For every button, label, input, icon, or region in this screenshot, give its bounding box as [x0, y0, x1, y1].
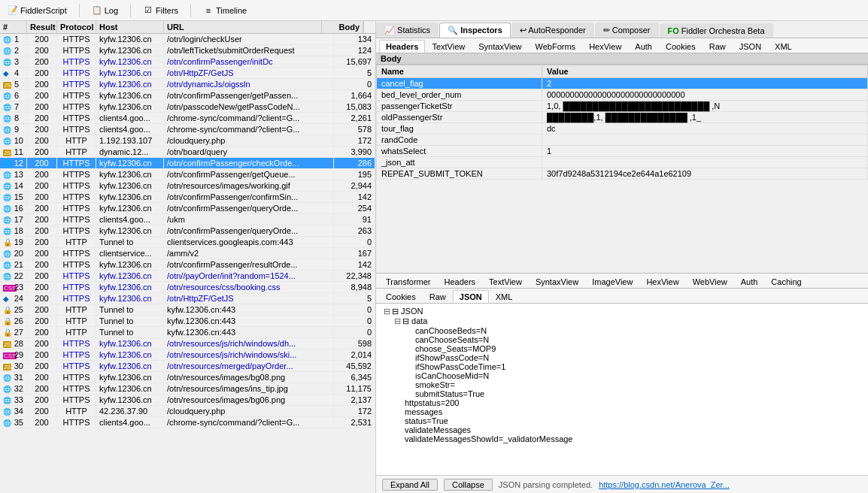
json-leaf[interactable]: canChooseSeats=N — [403, 335, 862, 344]
table-row[interactable]: 🌐 18 200 HTTPS kyfw.12306.cn /otn/confir… — [0, 225, 375, 237]
row-host: kyfw.12306.cn — [96, 225, 164, 236]
resp-tab-caching[interactable]: Caching — [764, 275, 808, 288]
table-row[interactable]: 🌐 2 200 HTTPS kyfw.12306.cn /otn/leftTic… — [0, 45, 375, 56]
tab-statistics[interactable]: 📈 Statistics — [376, 23, 439, 38]
table-row[interactable]: 🌐 34 200 HTTP 42.236.37.90 /cloudquery.p… — [0, 406, 375, 417]
sub-tab-textview[interactable]: TextView — [425, 40, 472, 53]
table-row[interactable]: 🌐 7 200 HTTPS kyfw.12306.cn /otn/passcod… — [0, 101, 375, 113]
link-text[interactable]: https://blog.csdn.net/Anerova_Zer... — [599, 480, 730, 489]
expand-all-button[interactable]: Expand All — [382, 479, 438, 491]
table-row[interactable]: 🔒 27 200 HTTP Tunnel to kyfw.12306.cn:44… — [0, 327, 375, 338]
json-leaf[interactable]: messages — [393, 407, 862, 416]
row-host: kyfw.12306.cn — [96, 79, 164, 89]
resp-tab-json[interactable]: JSON — [453, 290, 489, 303]
tab-inspectors[interactable]: 🔍 Inspectors — [439, 23, 511, 38]
table-row[interactable]: 🌐 1 200 HTTPS kyfw.12306.cn /otn/login/c… — [0, 34, 375, 45]
table-row[interactable]: 🌐 33 200 HTTPS kyfw.12306.cn /otn/resour… — [0, 395, 375, 406]
json-leaf[interactable]: isCanChooseMid=N — [403, 371, 862, 380]
table-row[interactable]: JS 28 200 HTTPS kyfw.12306.cn /otn/resou… — [0, 338, 375, 349]
kv-row[interactable]: oldPassengerStr ████████,1, ████████████… — [377, 112, 868, 123]
table-row[interactable]: 🌐 15 200 HTTPS kyfw.12306.cn /otn/confir… — [0, 192, 375, 203]
table-row[interactable]: 🌐 6 200 HTTPS kyfw.12306.cn /otn/confirm… — [0, 90, 375, 101]
resp-tab-hexview[interactable]: HexView — [639, 275, 685, 288]
kv-row[interactable]: cancel_flag 2 — [377, 78, 868, 89]
table-row[interactable]: 🌐 10 200 HTTP 1.192.193.107 /cloudquery.… — [0, 135, 375, 147]
table-row[interactable]: 🌐 22 200 HTTPS kyfw.12306.cn /otn//payOr… — [0, 271, 375, 282]
json-node-expandable[interactable]: ⊟⊟ data — [393, 316, 862, 326]
json-leaf[interactable]: status=True — [393, 416, 862, 425]
json-leaf[interactable]: ifShowPassCodeTime=1 — [403, 362, 862, 371]
json-leaf[interactable]: submitStatus=True — [403, 389, 862, 398]
resp-tab-syntaxview[interactable]: SyntaxView — [529, 275, 585, 288]
table-row[interactable]: 🔒 26 200 HTTP Tunnel to kyfw.12306.cn:44… — [0, 316, 375, 327]
log-tab[interactable]: 📋 Log — [87, 4, 123, 17]
sub-tab-raw[interactable]: Raw — [703, 40, 733, 53]
row-result: 200 — [27, 56, 57, 67]
table-row[interactable]: 🌐 21 200 HTTPS kyfw.12306.cn /otn/confir… — [0, 259, 375, 271]
table-row[interactable]: 🌐 13 200 HTTPS kyfw.12306.cn /otn/confir… — [0, 169, 375, 180]
sub-tab-syntaxview[interactable]: SyntaxView — [472, 40, 528, 53]
tab-autoresponder[interactable]: ↩ AutoResponder — [511, 23, 594, 38]
filters-tab[interactable]: ☑ Filters — [138, 4, 183, 17]
table-row[interactable]: 🌐 3 200 HTTPS kyfw.12306.cn /otn/confirm… — [0, 56, 375, 68]
resp-tab-textview[interactable]: TextView — [482, 275, 529, 288]
kv-row[interactable]: tour_flag dc — [377, 123, 868, 135]
sub-tab-headers[interactable]: Headers — [379, 40, 425, 53]
table-row[interactable]: ◆ 4 200 HTTPS kyfw.12306.cn /otn/HttpZF/… — [0, 68, 375, 79]
table-row[interactable]: 🌐 35 200 HTTPS clients4.goo... /chrome-s… — [0, 417, 375, 428]
table-row[interactable]: 🌐 17 200 HTTPS clients4.goo... /ukm 91 — [0, 214, 375, 225]
kv-row[interactable]: passengerTicketStr 1,0, ████████████████… — [377, 101, 868, 112]
table-row[interactable]: 🔒 25 200 HTTP Tunnel to kyfw.12306.cn:44… — [0, 304, 375, 316]
resp-tab-cookies[interactable]: Cookies — [379, 290, 423, 303]
resp-tab-transformer[interactable]: Transformer — [379, 275, 438, 288]
table-row[interactable]: CSS 23 200 HTTPS kyfw.12306.cn /otn/reso… — [0, 282, 375, 293]
table-row[interactable]: 🔒 19 200 HTTP Tunnel to clientservices.g… — [0, 237, 375, 248]
timeline-tab[interactable]: ≡ Timeline — [199, 4, 251, 17]
row-url: /otn/passcodeNew/getPassCodeN... — [164, 101, 334, 112]
sub-tab-webforms[interactable]: WebForms — [529, 40, 583, 53]
collapse-button[interactable]: Collapse — [444, 479, 493, 491]
kv-row[interactable]: whatsSelect 1 — [377, 146, 868, 157]
table-row[interactable]: 🌐 12 200 HTTPS kyfw.12306.cn /otn/confir… — [0, 158, 375, 169]
sub-tab-xml[interactable]: XML — [768, 40, 799, 53]
table-row[interactable]: 🌐 16 200 HTTPS kyfw.12306.cn /otn/confir… — [0, 203, 375, 214]
table-row[interactable]: 🌐 20 200 HTTPS clientservice... /amm/v2 … — [0, 248, 375, 259]
tab-composer[interactable]: ✏ Composer — [595, 23, 659, 38]
sub-tab-cookies[interactable]: Cookies — [659, 40, 703, 53]
json-leaf[interactable]: validateMessages — [393, 425, 862, 434]
table-row[interactable]: 🌐 14 200 HTTPS kyfw.12306.cn /otn/resour… — [0, 180, 375, 192]
json-leaf[interactable]: canChooseBeds=N — [403, 326, 862, 335]
resp-tab-auth[interactable]: Auth — [734, 275, 765, 288]
json-leaf[interactable]: choose_Seats=MOP9 — [403, 344, 862, 353]
sub-tab-json[interactable]: JSON — [733, 40, 768, 53]
json-leaf[interactable]: httpstatus=200 — [393, 398, 862, 407]
resp-tab-headers[interactable]: Headers — [438, 275, 483, 288]
resp-tab-webview[interactable]: WebView — [686, 275, 734, 288]
resp-tab-xml[interactable]: XML — [489, 290, 520, 303]
table-row[interactable]: 🌐 9 200 HTTPS clients4.goo... /chrome-sy… — [0, 124, 375, 135]
table-row[interactable]: JS 5 200 HTTPS kyfw.12306.cn /otn/dynami… — [0, 79, 375, 90]
sub-tab-auth[interactable]: Auth — [628, 40, 659, 53]
kv-value: 1 — [542, 146, 868, 157]
tab-fiddler-orchestra[interactable]: FO Fiddler Orchestra Beta — [660, 23, 773, 38]
resp-tab-raw[interactable]: Raw — [423, 290, 453, 303]
sub-tab-hexview[interactable]: HexView — [582, 40, 628, 53]
json-leaf[interactable]: smokeStr= — [403, 380, 862, 389]
table-row[interactable]: 🌐 8 200 HTTPS clients4.goo... /chrome-sy… — [0, 113, 375, 124]
table-row[interactable]: JS 11 200 HTTP dynamic.12... /otn/board/… — [0, 147, 375, 158]
fiddlerscript-tab[interactable]: 📝 FiddlerScript — [3, 4, 71, 17]
table-row[interactable]: CSS 29 200 HTTPS kyfw.12306.cn /otn/reso… — [0, 349, 375, 361]
kv-row[interactable]: REPEAT_SUBMIT_TOKEN 30f7d9248a5312194ce2… — [377, 168, 868, 180]
json-leaf[interactable]: validateMessagesShowId=_validatorMessage — [393, 434, 862, 443]
resp-tab-imageview[interactable]: ImageView — [585, 275, 639, 288]
json-leaf[interactable]: ifShowPassCode=N — [403, 353, 862, 362]
table-row[interactable]: 🌐 32 200 HTTPS kyfw.12306.cn /otn/resour… — [0, 383, 375, 395]
kv-row[interactable]: _json_att — [377, 157, 868, 168]
row-result: 200 — [27, 304, 57, 315]
json-node-expandable[interactable]: ⊟⊟ JSON — [382, 307, 862, 316]
table-row[interactable]: JS 30 200 HTTPS kyfw.12306.cn /otn/resou… — [0, 361, 375, 372]
table-row[interactable]: ◆ 24 200 HTTPS kyfw.12306.cn /otn/HttpZF… — [0, 293, 375, 304]
kv-row[interactable]: randCode — [377, 135, 868, 146]
table-row[interactable]: 🌐 31 200 HTTPS kyfw.12306.cn /otn/resour… — [0, 372, 375, 383]
kv-row[interactable]: bed_level_order_num 00000000000000000000… — [377, 89, 868, 101]
